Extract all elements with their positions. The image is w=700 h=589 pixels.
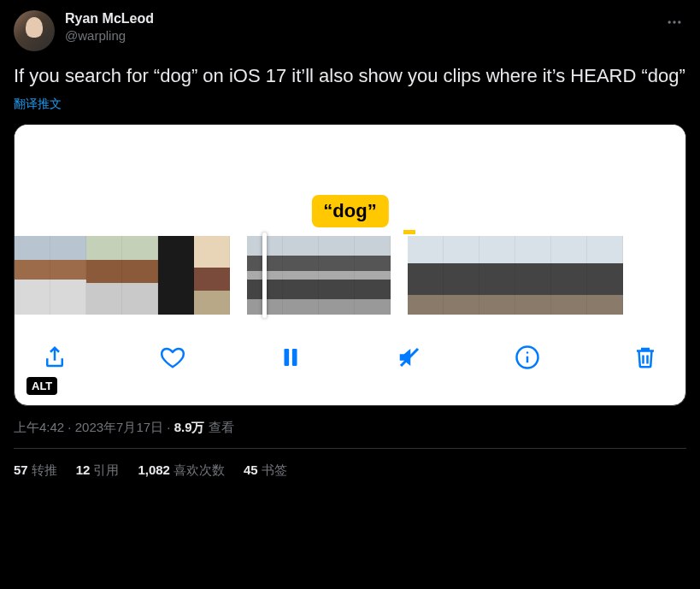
views-label: 查看 bbox=[205, 420, 234, 434]
tweet-meta: 上午4:42 · 2023年7月17日 · 8.9万 查看 bbox=[14, 420, 686, 436]
trash-icon[interactable] bbox=[631, 343, 660, 372]
media-top: “dog” bbox=[15, 125, 685, 236]
thumbnail bbox=[515, 236, 551, 315]
tweet-header: Ryan McLeod @warpling bbox=[14, 10, 686, 51]
views-count: 8.9万 bbox=[174, 420, 205, 434]
svg-point-8 bbox=[526, 351, 529, 354]
thumbnail bbox=[355, 236, 391, 315]
svg-rect-4 bbox=[292, 349, 297, 366]
playhead[interactable] bbox=[262, 233, 267, 318]
quotes-stat[interactable]: 12引用 bbox=[76, 462, 120, 479]
thumbnail bbox=[283, 236, 319, 315]
clip-group-1 bbox=[15, 236, 230, 315]
filmstrip bbox=[15, 236, 685, 315]
clip-group-3 bbox=[408, 236, 623, 315]
video-controls bbox=[15, 315, 685, 381]
tweet-text: If you search for “dog” on iOS 17 it’ll … bbox=[14, 63, 686, 88]
display-name: Ryan McLeod bbox=[65, 10, 652, 27]
svg-point-1 bbox=[673, 21, 675, 23]
bubble-tick bbox=[403, 230, 415, 234]
likes-stat[interactable]: 1,082喜欢次数 bbox=[138, 462, 225, 479]
bookmarks-stat[interactable]: 45书签 bbox=[244, 462, 287, 479]
search-bubble: “dog” bbox=[311, 195, 388, 227]
retweets-stat[interactable]: 57转推 bbox=[14, 462, 57, 479]
alt-badge[interactable]: ALT bbox=[26, 377, 57, 395]
svg-point-2 bbox=[678, 21, 680, 23]
thumbnail bbox=[444, 236, 479, 315]
thumbnail bbox=[319, 236, 355, 315]
thumbnail bbox=[15, 236, 50, 315]
more-icon[interactable] bbox=[662, 10, 686, 38]
tweet-stats: 57转推 12引用 1,082喜欢次数 45书签 bbox=[14, 449, 686, 492]
user-block[interactable]: Ryan McLeod @warpling bbox=[65, 10, 652, 44]
translate-link[interactable]: 翻译推文 bbox=[14, 97, 686, 112]
heart-icon[interactable] bbox=[158, 343, 187, 372]
thumbnail bbox=[194, 236, 230, 315]
thumbnail bbox=[158, 236, 194, 315]
thumbnail bbox=[122, 236, 158, 315]
thumbnail bbox=[408, 236, 444, 315]
thumbnail bbox=[86, 236, 122, 315]
share-icon[interactable] bbox=[40, 343, 69, 372]
thumbnail bbox=[50, 236, 86, 315]
pause-icon[interactable] bbox=[276, 343, 305, 372]
avatar[interactable] bbox=[14, 10, 55, 51]
datestamp[interactable]: 2023年7月17日 bbox=[75, 420, 163, 434]
tweet-container: Ryan McLeod @warpling If you search for … bbox=[0, 0, 700, 492]
clip-group-2 bbox=[247, 236, 391, 315]
svg-rect-3 bbox=[285, 349, 290, 366]
timestamp[interactable]: 上午4:42 bbox=[14, 420, 64, 434]
media-card[interactable]: “dog” bbox=[14, 124, 686, 406]
svg-point-0 bbox=[668, 21, 671, 23]
user-handle: @warpling bbox=[65, 27, 652, 44]
thumbnail bbox=[479, 236, 515, 315]
mute-icon[interactable] bbox=[395, 343, 424, 372]
thumbnail bbox=[551, 236, 587, 315]
info-icon[interactable] bbox=[513, 343, 542, 372]
thumbnail bbox=[587, 236, 623, 315]
